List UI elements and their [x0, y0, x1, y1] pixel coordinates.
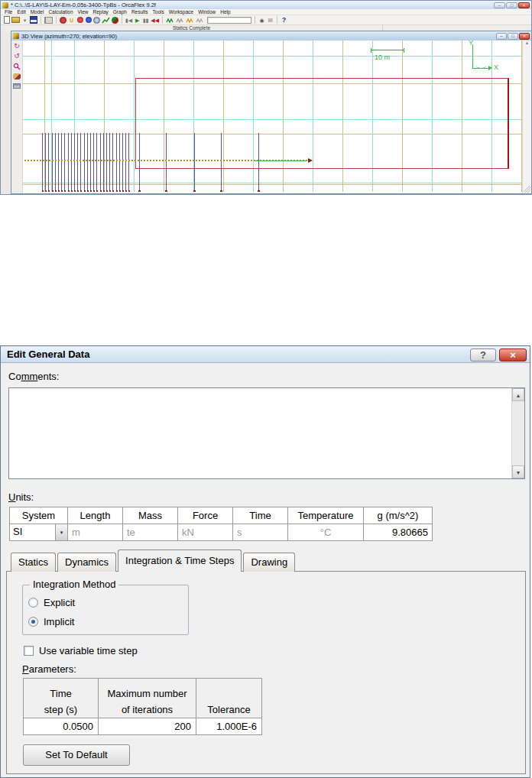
toolbar-separator — [162, 16, 163, 24]
time-step-cell[interactable]: 0.0500 — [24, 718, 99, 735]
tolerance-cell[interactable]: 1.000E-6 — [196, 718, 262, 735]
gravity-value-cell[interactable]: 9.80665 — [364, 524, 433, 541]
units-value-row: SI ▾ m te kN s °C 9.80665 — [10, 524, 433, 541]
menu-workspace[interactable]: Workspace — [167, 9, 196, 15]
dialog-close-button[interactable]: × — [499, 348, 527, 361]
menu-results[interactable]: Results — [129, 9, 151, 15]
3d-view-maximize-button[interactable]: □ — [508, 33, 518, 40]
y-axis-label: Y — [469, 41, 473, 47]
environment-icon[interactable] — [112, 16, 118, 24]
tab-dynamics[interactable]: Dynamics — [57, 553, 116, 572]
results-graph-icon[interactable] — [102, 16, 110, 24]
rotate-ccw-icon[interactable]: ↺ — [12, 52, 21, 60]
axis-origin-squiggle — [476, 63, 486, 69]
rotate-cw-icon[interactable]: ↻ — [12, 42, 21, 50]
pause-statics-icon[interactable] — [176, 16, 184, 24]
scroll-up-icon[interactable]: ▲ — [512, 388, 524, 401]
implicit-option[interactable]: Implicit — [28, 616, 74, 627]
3d-view-icon — [13, 33, 19, 39]
scale-bar — [371, 48, 404, 53]
tab-drawing[interactable]: Drawing — [243, 553, 295, 572]
menu-window[interactable]: Window — [196, 9, 218, 15]
comments-scrollbar[interactable]: ▲ ▼ — [511, 388, 524, 478]
skip-to-start-icon[interactable]: ▮◀ — [125, 16, 132, 24]
parameters-header-row: Timestep (s) Maximum numberof iterations… — [24, 679, 262, 718]
tab-integration-time-steps[interactable]: Integration & Time Steps — [118, 549, 242, 572]
pause-icon[interactable]: ▮▮ — [142, 16, 149, 24]
menu-graph[interactable]: Graph — [111, 9, 129, 15]
pipeline-end-arrow — [308, 158, 313, 163]
set-to-default-button[interactable]: Set To Default — [23, 744, 130, 766]
unit-system-value: SI — [10, 524, 55, 540]
winch-icon[interactable] — [93, 16, 100, 24]
variable-time-step-option[interactable]: Use variable time step — [24, 645, 138, 656]
menu-view[interactable]: View — [76, 9, 91, 15]
pause-dynamics-icon[interactable] — [196, 16, 204, 24]
scroll-down-icon[interactable]: ▼ — [512, 465, 524, 478]
parameters-value-row: 0.0500 200 1.000E-6 — [24, 718, 262, 735]
menu-model[interactable]: Model — [28, 9, 47, 15]
units-header-length: Length — [68, 507, 123, 524]
run-dynamics-icon[interactable] — [186, 16, 194, 24]
rewind-icon[interactable]: ◀◀ — [151, 16, 159, 24]
unit-temperature-value: °C — [288, 524, 364, 541]
3d-view-minimize-button[interactable]: – — [496, 33, 507, 40]
open-file-icon[interactable] — [11, 16, 20, 24]
explicit-option[interactable]: Explicit — [28, 597, 75, 608]
screen: * C:\..\S-LAY\S-LAY-Em-0,05s-3400-TpBs -… — [0, 0, 532, 778]
buoy-blue-icon[interactable] — [85, 16, 92, 24]
unit-system-select[interactable]: SI ▾ — [10, 524, 68, 541]
chevron-down-icon[interactable]: ▾ — [55, 524, 67, 540]
minimize-button[interactable]: – — [494, 2, 505, 8]
scroll-up-icon[interactable]: ▲ — [525, 41, 530, 45]
units-header-temperature: Temperature — [288, 507, 364, 524]
line-catenary-icon[interactable]: U — [68, 16, 75, 24]
model-browser-icon[interactable] — [44, 16, 53, 24]
variable-time-step-checkbox[interactable] — [24, 646, 34, 656]
export-image-icon[interactable] — [12, 82, 21, 90]
reset-view-icon[interactable]: ☒ — [267, 16, 274, 24]
toolbar-separator — [41, 16, 41, 24]
tab-statics[interactable]: Statics — [11, 553, 56, 572]
max-iterations-cell[interactable]: 200 — [99, 718, 196, 735]
dialog-titlebar: Edit General Data — [1, 346, 530, 363]
units-header-system: System — [10, 507, 68, 524]
run-statics-icon[interactable] — [166, 16, 174, 24]
close-button[interactable]: × — [518, 2, 530, 8]
zoom-icon[interactable] — [12, 62, 21, 70]
view-parameters-icon[interactable]: ◉ — [258, 16, 265, 24]
unit-force-value: kN — [178, 524, 233, 541]
menu-file[interactable]: File — [2, 9, 15, 15]
stinger-support-line — [258, 133, 259, 192]
3d-view-title: 3D View (azimuth=270; elevation=90) — [21, 33, 496, 40]
vessel-icon[interactable] — [60, 16, 66, 24]
implicit-label: Implicit — [44, 616, 74, 627]
maximize-button[interactable]: □ — [506, 2, 517, 8]
comments-textarea[interactable]: ▲ ▼ — [8, 387, 525, 479]
vessel-outline[interactable] — [135, 78, 509, 169]
x-axis-label: X — [494, 63, 498, 71]
3d-view-close-button[interactable]: × — [519, 33, 530, 40]
implicit-radio[interactable] — [28, 617, 38, 627]
play-icon[interactable]: ▶ — [134, 16, 141, 24]
menu-help[interactable]: Help — [218, 9, 232, 15]
shaded-view-icon[interactable] — [12, 72, 21, 80]
new-file-icon[interactable] — [3, 16, 10, 24]
3d-view-scrollbar[interactable]: ▲ — [522, 41, 531, 193]
time-step-header: Timestep (s) — [24, 679, 99, 718]
open-dropdown-icon[interactable]: ▾ — [21, 16, 28, 24]
save-icon[interactable] — [30, 16, 37, 24]
menu-tools[interactable]: Tools — [151, 9, 167, 15]
pipeline-node-dots — [42, 190, 132, 192]
resize-grip[interactable] — [524, 186, 530, 193]
simulation-time-input[interactable] — [207, 17, 251, 24]
menu-calculation[interactable]: Calculation — [46, 9, 75, 15]
menu-replay[interactable]: Replay — [91, 9, 111, 15]
dialog-help-button[interactable]: ? — [470, 348, 496, 361]
x-axis-arrow — [488, 66, 492, 70]
explicit-radio[interactable] — [28, 598, 38, 608]
buoy-red-icon[interactable] — [76, 16, 83, 24]
menu-edit[interactable]: Edit — [15, 9, 28, 15]
3d-view-canvas[interactable]: 10 m Y X — [23, 41, 523, 192]
help-icon[interactable]: ? — [281, 16, 287, 24]
